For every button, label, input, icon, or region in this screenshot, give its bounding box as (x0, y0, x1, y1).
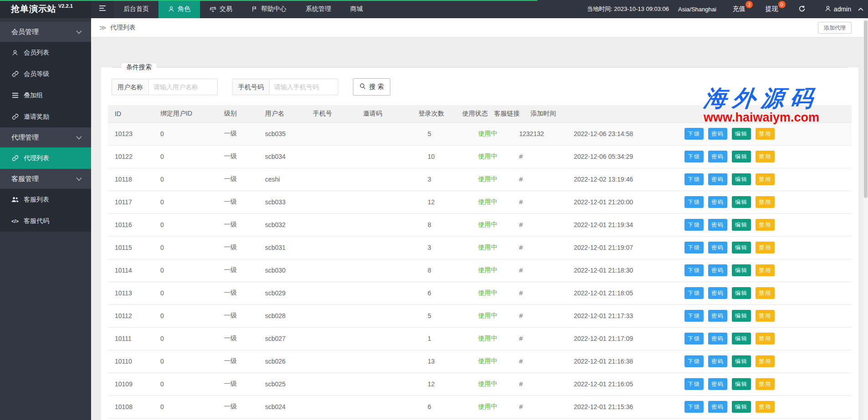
password-button[interactable]: 密码 (708, 287, 727, 299)
search-button[interactable]: 搜 索 (353, 78, 390, 96)
disable-button[interactable]: 禁用 (756, 378, 775, 390)
edit-button[interactable]: 编辑 (732, 128, 751, 140)
vertical-scrollbar[interactable] (863, 18, 868, 420)
subordinate-button[interactable]: 下级 (684, 219, 704, 231)
cell-level: 一级 (217, 213, 258, 236)
withdraw-button[interactable]: 提现 0 (766, 5, 778, 13)
users-icon (11, 197, 19, 202)
disable-button[interactable]: 禁用 (756, 151, 775, 162)
sidebar-toggle-button[interactable] (91, 0, 114, 18)
edit-button[interactable]: 编辑 (732, 173, 751, 185)
sidebar-item-member-level[interactable]: 会员等级 (0, 63, 91, 85)
sidebar-item-agent-list[interactable]: 代理列表 (0, 147, 91, 169)
disable-button[interactable]: 禁用 (756, 219, 775, 231)
edit-button[interactable]: 编辑 (732, 401, 751, 413)
subordinate-button[interactable]: 下级 (684, 151, 704, 162)
username-input[interactable] (148, 79, 218, 95)
disable-button[interactable]: 禁用 (756, 128, 775, 140)
disable-button[interactable]: 禁用 (756, 401, 775, 413)
edit-button[interactable]: 编辑 (732, 287, 751, 299)
recharge-button[interactable]: 充值 3 (733, 5, 745, 13)
cell-status: 使用中 (455, 259, 487, 282)
cell-login_count: 13 (412, 350, 455, 373)
edit-button[interactable]: 编辑 (732, 264, 751, 276)
sidebar-item-service-list[interactable]: 客服列表 (0, 189, 91, 210)
refresh-button[interactable] (798, 5, 806, 14)
edit-button[interactable]: 编辑 (732, 151, 751, 162)
cell-phone (306, 282, 356, 304)
sidebar-item-service-code[interactable]: </>客服代码 (0, 210, 91, 232)
cell-created_at: 2022-12-01 21:18:30 (524, 259, 669, 282)
scrollbar-thumb[interactable] (864, 20, 868, 198)
sidebar-group-agent-management[interactable]: 代理管理 (0, 127, 91, 147)
password-button[interactable]: 密码 (708, 401, 727, 413)
subordinate-button[interactable]: 下级 (684, 401, 704, 413)
disable-button[interactable]: 禁用 (756, 173, 775, 185)
edit-button[interactable]: 编辑 (732, 355, 751, 367)
subordinate-button[interactable]: 下级 (684, 378, 704, 390)
nav-item-home[interactable]: 后台首页 (114, 0, 158, 18)
column-header-2: 级别 (217, 105, 258, 122)
subordinate-button[interactable]: 下级 (684, 287, 704, 299)
disable-button[interactable]: 禁用 (756, 264, 775, 276)
table-row: 101150一级scb0313使用中#2022-12-01 21:19:07下级… (108, 236, 852, 259)
edit-button[interactable]: 编辑 (732, 196, 751, 208)
subordinate-button[interactable]: 下级 (684, 173, 704, 185)
edit-button[interactable]: 编辑 (732, 310, 751, 322)
subordinate-button[interactable]: 下级 (684, 196, 704, 208)
password-button[interactable]: 密码 (708, 196, 727, 208)
password-button[interactable]: 密码 (708, 242, 727, 253)
column-header-6: 登录次数 (412, 105, 455, 122)
edit-button[interactable]: 编辑 (732, 219, 751, 231)
disable-button[interactable]: 禁用 (756, 333, 775, 344)
disable-button[interactable]: 禁用 (756, 242, 775, 253)
cell-bound_id: 0 (153, 350, 217, 373)
edit-button[interactable]: 编辑 (732, 242, 751, 253)
sidebar-item-invite-reward[interactable]: 邀请奖励 (0, 106, 91, 127)
password-button[interactable]: 密码 (708, 128, 727, 140)
password-button[interactable]: 密码 (708, 173, 727, 185)
password-button[interactable]: 密码 (708, 355, 727, 367)
subordinate-button[interactable]: 下级 (684, 355, 704, 367)
sidebar-item-member-list[interactable]: 会员列表 (0, 42, 91, 63)
subordinate-button[interactable]: 下级 (684, 310, 704, 322)
password-button[interactable]: 密码 (708, 151, 727, 162)
nav-item-help[interactable]: 帮助中心 (242, 0, 296, 18)
subordinate-button[interactable]: 下级 (684, 242, 704, 253)
nav-item-role[interactable]: 角色 (158, 0, 200, 18)
cell-actions: 下级密码编辑禁用 (669, 236, 852, 259)
password-button[interactable]: 密码 (708, 378, 727, 390)
disable-button[interactable]: 禁用 (756, 287, 775, 299)
disable-button[interactable]: 禁用 (756, 355, 775, 367)
nav-item-mall[interactable]: 商城 (341, 0, 373, 18)
nav-item-trade[interactable]: 交易 (200, 0, 242, 18)
cell-login_count: 1 (412, 327, 455, 350)
password-button[interactable]: 密码 (708, 264, 727, 276)
cell-id: 10117 (108, 191, 153, 213)
cell-status: 使用中 (455, 122, 487, 145)
disable-button[interactable]: 禁用 (756, 196, 775, 208)
subordinate-button[interactable]: 下级 (684, 333, 704, 344)
cell-login_count: 5 (412, 122, 455, 145)
edit-button[interactable]: 编辑 (732, 333, 751, 344)
add-agent-button[interactable]: 添加代理 (818, 22, 852, 34)
subordinate-button[interactable]: 下级 (684, 128, 704, 140)
disable-button[interactable]: 禁用 (756, 310, 775, 322)
subordinate-button[interactable]: 下级 (684, 264, 704, 276)
cell-phone (306, 168, 356, 191)
nav-item-system[interactable]: 系统管理 (296, 0, 341, 18)
sidebar-item-stack-group[interactable]: 叠加组 (0, 85, 91, 106)
cell-invite_code (356, 145, 412, 168)
table-row: 101230一级scb0355使用中12321322022-12-06 23:1… (108, 122, 852, 145)
edit-button[interactable]: 编辑 (732, 378, 751, 390)
cell-phone (306, 259, 356, 282)
user-menu[interactable]: admin (825, 5, 863, 13)
column-header-5: 邀请码 (356, 105, 412, 122)
sidebar-group-service-management[interactable]: 客服管理 (0, 169, 91, 189)
nav-item-label: 系统管理 (306, 5, 331, 13)
sidebar-group-member-management[interactable]: 会员管理 (0, 22, 91, 42)
password-button[interactable]: 密码 (708, 333, 727, 344)
password-button[interactable]: 密码 (708, 219, 727, 231)
password-button[interactable]: 密码 (708, 310, 727, 322)
phone-input[interactable] (269, 79, 338, 95)
